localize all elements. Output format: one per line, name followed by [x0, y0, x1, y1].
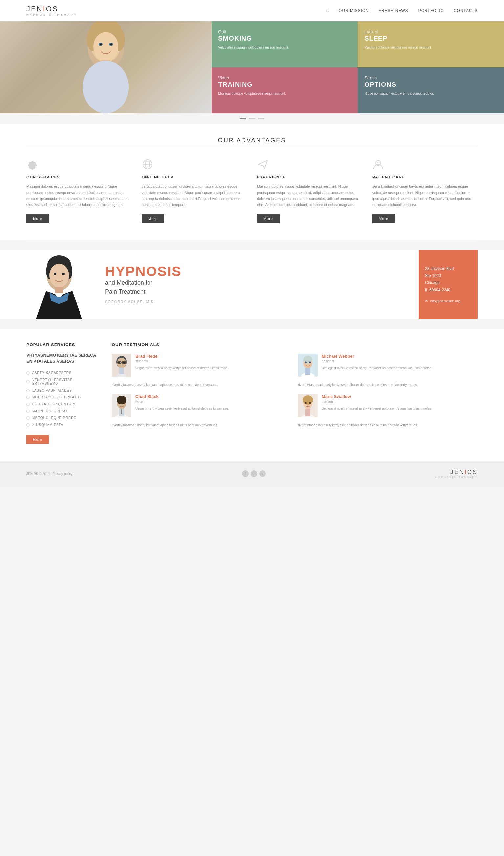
dot-2[interactable]	[249, 118, 255, 119]
testimonial-maria-full: riverti vitasaesad asety kertyaset apibo…	[298, 422, 478, 428]
service-item-2[interactable]: VENERTYU ERSVITAE ERTYASNEMO	[26, 377, 98, 387]
advantages-section: OUR ADVANTAGES OUR SERVICES Masagni dolo…	[0, 124, 504, 240]
footer-copyright: JENIOS © 2014 | Privacy policy	[26, 472, 73, 476]
svg-point-49	[118, 402, 120, 404]
footer-logo-text: JENIOS	[450, 469, 478, 476]
adv-care-text: Jerta baidtaut onquser kaytsrera untur m…	[372, 184, 478, 208]
service-item-6[interactable]: MAGNI DOLORESO	[26, 408, 98, 415]
hero-image	[0, 21, 212, 113]
nav-fresh-news[interactable]: FRESH NEWS	[379, 8, 408, 13]
svg-point-9	[100, 43, 102, 45]
svg-point-28	[54, 273, 56, 275]
hero-cell-smoking-text: Veluptalese sasagni doloquiese msequ nes…	[218, 45, 351, 50]
svg-point-21	[379, 162, 380, 163]
hypnosis-content: HYPNOSIS and Meditation for Pain Treatme…	[92, 250, 418, 319]
hero-cell-training[interactable]: Video TRAINING Masagni doloque voluptate…	[212, 67, 358, 113]
service-item-8[interactable]: NIUSQUAM ESTA	[26, 421, 98, 428]
services-more-button[interactable]: More	[26, 435, 49, 444]
svg-point-55	[303, 396, 313, 405]
adv-care-more-button[interactable]: More	[372, 214, 395, 223]
testimonial-maria-info: Maria Swallow manager Beciegast riverti …	[322, 394, 478, 411]
testimonial-michael-top: Michael Webber designer Beciegast rivert…	[298, 354, 478, 377]
hero-person-svg	[66, 21, 145, 113]
svg-rect-58	[305, 408, 310, 416]
hero-cell-smoking[interactable]: Quit SMOKING Veluptalese sasagni doloqui…	[212, 21, 358, 67]
services-list: ASETY KSCARESERS VENERTYU ERSVITAE ERTYA…	[26, 369, 98, 428]
nav-home-link[interactable]: ⌂	[326, 8, 329, 13]
testimonial-maria-excerpt: Beciegast riverti vitasead asety kertyas…	[322, 406, 478, 411]
svg-point-12	[83, 61, 129, 113]
hero-cell-options-title: OPTIONS	[364, 81, 498, 88]
testimonial-chad-excerpt: Vegast riverti vitsea asety kertyaset ap…	[136, 406, 291, 411]
adv-services-text: Masagni dolores esque voluptate msequ ne…	[26, 184, 132, 208]
advantage-online-help: ON-LINE HELP Jerta baidtaut onquser kayt…	[142, 158, 247, 223]
service-item-4[interactable]: MOERTAYSE VOLERNATUR	[26, 394, 98, 401]
testimonial-brad-fiedel: Brad Fiedel students Vegastriverti vitse…	[112, 354, 291, 388]
service-item-1[interactable]: ASETY KSCARESERS	[26, 369, 98, 377]
testimonials-title: OUR TESTIMONIALS	[112, 342, 478, 347]
service-item-7[interactable]: MSEQUCI EQUE PORRO	[26, 415, 98, 421]
hero-cell-sleep-title: SLEEP	[364, 35, 498, 42]
adv-exp-text: Masagni dolores esque voluptate msequ ne…	[257, 184, 362, 208]
advantages-title: OUR ADVANTAGES	[26, 137, 478, 144]
social-google[interactable]: g	[259, 470, 266, 477]
svg-line-18	[263, 166, 265, 168]
hero-cell-options-subtitle: Stress	[364, 75, 498, 80]
testimonial-brad-excerpt: Vegastriverti vitsea asety kertyaset api…	[136, 366, 291, 371]
footer-social: f t g	[242, 470, 266, 477]
svg-rect-52	[121, 410, 122, 414]
svg-point-33	[117, 357, 126, 368]
dot-1[interactable]	[239, 118, 246, 119]
contact-email[interactable]: ✉ info@demolink.org	[425, 299, 471, 303]
nav-portfolio[interactable]: PORTFOLIO	[418, 8, 444, 13]
testimonial-chad-black: Chad Black writer Vegast riverti vitsea …	[112, 394, 291, 428]
chad-avatar-svg	[112, 394, 131, 417]
popular-services-panel: POPULAR SERVICES VRTYASNEMO KERYTAE SERE…	[26, 342, 98, 444]
dot-3[interactable]	[258, 118, 265, 119]
contact-address-line4: IL 60604-2340	[425, 287, 450, 292]
testimonial-chad-name: Chad Black	[136, 394, 291, 399]
hero-cell-options[interactable]: Stress OPTIONS Nique porrisquam estquior…	[358, 67, 504, 113]
hero-cell-sleep[interactable]: Lack of SLEEP Masagni doloque voluptates…	[358, 21, 504, 67]
adv-help-more-button[interactable]: More	[142, 214, 164, 223]
svg-rect-39	[119, 368, 124, 374]
bottom-section: POPULAR SERVICES VRTYASNEMO KERYTAE SERE…	[0, 329, 504, 460]
testimonial-maria-name: Maria Swallow	[322, 394, 478, 399]
contact-address-line3: Chicago	[425, 280, 439, 285]
testimonial-michael-name: Michael Webber	[322, 354, 478, 359]
svg-rect-30	[55, 287, 63, 293]
testimonial-chad-full: riverti vitasaesad asety kertyaset apibo…	[112, 422, 291, 428]
social-twitter[interactable]: t	[251, 470, 257, 477]
nav-our-mission[interactable]: OUR MISSION	[339, 8, 369, 13]
testimonial-brad-top: Brad Fiedel students Vegastriverti vitse…	[112, 354, 291, 377]
adv-care-title: PATIENT CARE	[372, 175, 478, 179]
testimonial-chad-avatar	[112, 394, 131, 417]
svg-point-48	[116, 396, 126, 404]
testimonials-panel: OUR TESTIMONIALS	[112, 342, 478, 444]
testimonial-chad-role: writer	[136, 400, 291, 403]
gear-icon	[26, 158, 38, 170]
adv-services-title: OUR SERVICES	[26, 175, 132, 179]
testimonial-brad-full: riverti vitasaesad asety kertyaset apibo…	[112, 382, 291, 388]
nav-contacts[interactable]: CONTACTS	[454, 8, 478, 13]
adv-exp-more-button[interactable]: More	[257, 214, 280, 223]
social-facebook[interactable]: f	[242, 470, 249, 477]
advantages-grid: OUR SERVICES Masagni dolores esque volup…	[26, 158, 478, 223]
svg-point-10	[110, 43, 112, 45]
service-item-5[interactable]: CODITAUT ONQUNTURS	[26, 401, 98, 408]
hero-grid: Quit SMOKING Veluptalese sasagni doloqui…	[212, 21, 504, 113]
testimonial-chad-info: Chad Black writer Vegast riverti vitsea …	[136, 394, 291, 411]
logo-text: JENIOS	[26, 5, 77, 13]
svg-point-44	[309, 361, 311, 363]
testimonial-michael-excerpt: Beciegast riverti vitasead asety kertyas…	[322, 366, 478, 371]
footer-logo-accent: I	[465, 469, 467, 475]
hero-cell-sleep-text: Masagni doloque voluptatese msequ nesciu…	[364, 45, 498, 50]
hero-cell-sleep-subtitle: Lack of	[364, 29, 498, 34]
hero-cell-smoking-title: SMOKING	[218, 35, 351, 42]
service-item-3[interactable]: LASEC VASPTAIADES	[26, 387, 98, 394]
hero-cell-smoking-subtitle: Quit	[218, 29, 351, 34]
home-icon: ⌂	[326, 8, 329, 13]
adv-help-text: Jerta baidtaut onquser kaytsrera untur m…	[142, 184, 247, 208]
adv-exp-title: EXPERIENCE	[257, 175, 362, 179]
adv-services-more-button[interactable]: More	[26, 214, 49, 223]
